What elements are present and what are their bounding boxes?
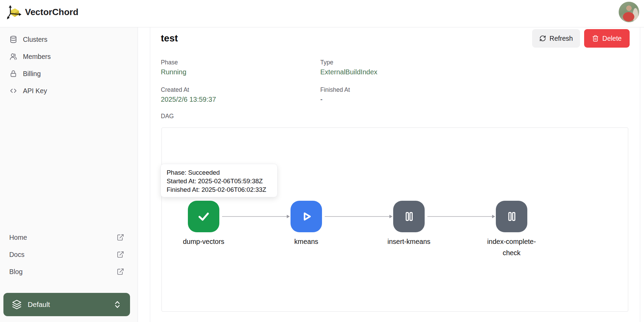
- users-icon: [9, 52, 17, 61]
- lock-icon: [9, 70, 17, 78]
- created-at-value: 2025/2/6 13:59:37: [161, 96, 216, 103]
- sidebar-item-label: Members: [23, 53, 51, 61]
- chevrons-up-down-icon: [113, 300, 122, 309]
- phase-label: Phase: [161, 59, 178, 66]
- main-content: test Refresh Delete Phase Running Type E: [138, 27, 644, 322]
- trash-icon: [592, 35, 599, 42]
- created-at-label: Created At: [161, 86, 189, 94]
- pause-icon: [504, 209, 519, 224]
- sidebar-item-label: API Key: [23, 87, 47, 95]
- workspace-name: Default: [28, 300, 50, 309]
- dag-node-dump-vectors[interactable]: [188, 201, 219, 232]
- workspace-switcher-button[interactable]: Default: [3, 293, 130, 316]
- user-avatar[interactable]: [619, 2, 639, 22]
- refresh-button[interactable]: Refresh: [532, 29, 580, 48]
- brand-name: VectorChord: [25, 7, 78, 17]
- type-label: Type: [320, 59, 333, 66]
- dag-node-label: insert-kmeans: [379, 236, 439, 247]
- external-link-icon: [117, 268, 124, 275]
- sidebar-item-billing[interactable]: Billing: [0, 65, 137, 82]
- tooltip-started-at: Started At: 2025-02-06T05:59:38Z: [167, 177, 277, 185]
- tooltip-phase: Phase: Succeeded: [167, 168, 277, 177]
- link-label: Home: [9, 234, 27, 242]
- page-title: test: [161, 33, 178, 44]
- finished-at-value: -: [320, 96, 323, 103]
- link-home[interactable]: Home: [0, 229, 137, 246]
- scroll-gutter-left: [150, 27, 150, 322]
- database-icon: [9, 35, 17, 44]
- node-status-tooltip: Phase: Succeeded Started At: 2025-02-06T…: [160, 164, 278, 197]
- vectorchord-logo-icon: [6, 4, 22, 20]
- sidebar-item-label: Clusters: [23, 36, 48, 44]
- external-link-icon: [117, 234, 124, 241]
- external-link-icon: [117, 251, 124, 258]
- sidebar-item-label: Billing: [23, 70, 41, 78]
- sidebar-nav: Clusters Members Billing: [0, 31, 137, 99]
- dag-node-insert-kmeans[interactable]: [393, 201, 425, 232]
- dag-node-label: index-complete-check: [481, 236, 542, 259]
- dag-node-index-complete-check[interactable]: [496, 201, 527, 232]
- check-icon: [196, 209, 211, 224]
- sidebar-item-clusters[interactable]: Clusters: [0, 31, 137, 48]
- dag-node-label: dump-vectors: [173, 236, 234, 247]
- dag-canvas: dump-vectors kmeans insert-kmeans index-…: [162, 127, 628, 312]
- vectorchord-console: VectorChord Clusters Memb: [0, 0, 644, 322]
- sidebar: Clusters Members Billing: [0, 27, 138, 322]
- dag-label: DAG: [161, 113, 174, 120]
- scrollbar-track[interactable]: [640, 27, 640, 322]
- brand-home-link[interactable]: VectorChord: [6, 4, 78, 20]
- finished-at-label: Finished At: [320, 86, 350, 94]
- dag-node-label: kmeans: [276, 236, 336, 247]
- type-value: ExternalBuildIndex: [320, 68, 377, 76]
- link-docs[interactable]: Docs: [0, 246, 137, 263]
- top-bar: VectorChord: [0, 0, 644, 27]
- link-label: Docs: [9, 251, 24, 259]
- tooltip-finished-at: Finished At: 2025-02-06T06:02:33Z: [167, 185, 277, 194]
- delete-button[interactable]: Delete: [584, 29, 630, 48]
- sidebar-item-members[interactable]: Members: [0, 48, 137, 65]
- link-blog[interactable]: Blog: [0, 263, 137, 280]
- delete-button-label: Delete: [602, 35, 621, 42]
- layers-icon: [12, 299, 22, 310]
- sidebar-item-api-key[interactable]: API Key: [0, 82, 137, 99]
- link-label: Blog: [9, 268, 23, 276]
- dag-node-kmeans[interactable]: [291, 201, 322, 232]
- refresh-icon: [539, 35, 546, 42]
- sidebar-external-links: Home Docs Blog: [0, 229, 137, 280]
- phase-value: Running: [161, 68, 186, 76]
- play-icon: [299, 209, 314, 224]
- pause-icon: [401, 209, 416, 224]
- refresh-button-label: Refresh: [550, 35, 573, 42]
- code-icon: [9, 87, 17, 95]
